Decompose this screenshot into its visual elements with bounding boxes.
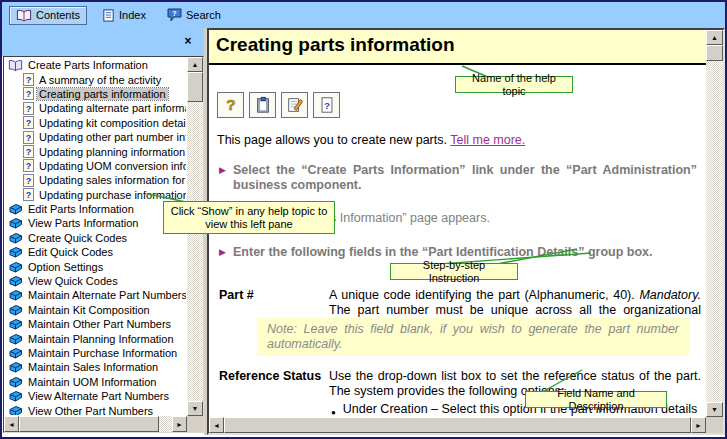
tree-item[interactable]: Edit Quick Codes	[5, 245, 186, 259]
tree-vertical-scrollbar[interactable]: ▲ ▼	[187, 57, 203, 416]
tree-item[interactable]: ?Creating parts information	[5, 87, 186, 101]
closed-book-icon	[8, 405, 23, 415]
svg-text:?: ?	[26, 190, 32, 200]
help-question-icon[interactable]: ?	[217, 92, 244, 118]
tree-item[interactable]: ?Updating sales information for a p	[5, 173, 186, 187]
scroll-left-icon[interactable]: ◄	[209, 417, 224, 433]
tree-item[interactable]: Maintain Kit Composition	[5, 303, 186, 317]
tree-item[interactable]: View Quick Codes	[5, 274, 186, 288]
page-title: Creating parts information	[209, 30, 706, 65]
tree-item-label: Create Parts Information	[26, 59, 150, 71]
scrollbar-corner	[187, 416, 203, 432]
help-page-icon: ?	[23, 116, 34, 129]
tree-item[interactable]: Edit Parts Information	[5, 202, 186, 216]
tree-item-label: Create Quick Codes	[26, 232, 129, 244]
tree-item[interactable]: ?Updating planning information for	[5, 144, 186, 158]
topic-hscroll-thumb[interactable]	[224, 417, 691, 433]
search-bubble-icon: ?	[167, 8, 182, 22]
topic-scroll-thumb[interactable]	[706, 45, 723, 61]
tree-item[interactable]: ?Updating purchase information	[5, 188, 186, 202]
tree-item[interactable]: ?Updating other part number inform	[5, 130, 186, 144]
svg-text:?: ?	[26, 75, 32, 85]
svg-text:?: ?	[26, 132, 32, 142]
tree-item[interactable]: Create Quick Codes	[5, 231, 186, 245]
tree-item[interactable]: View Alternate Part Numbers	[5, 389, 186, 403]
tree-item[interactable]: Maintain Purchase Information	[5, 346, 186, 360]
intro-paragraph: This page allows you to create new parts…	[217, 133, 525, 147]
scroll-right-icon[interactable]: ►	[691, 417, 706, 433]
help-page-icon: ?	[23, 87, 34, 100]
bullet-dot-icon: ●	[331, 402, 336, 417]
tree-item[interactable]: View Parts Information	[5, 216, 186, 230]
closed-book-icon	[8, 203, 23, 215]
tree-item[interactable]: ?Updating kit composition details fo	[5, 116, 186, 130]
tree-scroll-thumb[interactable]	[187, 72, 203, 102]
tree-item-label: Maintain Purchase Information	[26, 347, 179, 359]
toolbar-tabs: ContentsIndex?Search	[9, 6, 227, 25]
callout-step-instruction: Step-by-step Instruction	[390, 263, 518, 280]
toc-tree: Create Parts Information?A summary of th…	[5, 58, 186, 415]
tree-item-label: Maintain UOM Information	[26, 376, 158, 388]
callout-field-name-description: Field Name and Description	[525, 391, 667, 408]
step-item: ▶ Select the “Create Parts Information” …	[219, 163, 697, 193]
topic-horizontal-scrollbar[interactable]: ◄ ►	[209, 417, 706, 433]
callout-name-of-help-topic: Name of the help topic	[455, 76, 573, 93]
help-page-icon: ?	[23, 159, 34, 172]
svg-text:?: ?	[26, 103, 32, 113]
closed-book-icon	[8, 289, 23, 301]
svg-text:?: ?	[26, 175, 32, 185]
step-arrow-icon: ▶	[219, 245, 233, 260]
toolbar: ContentsIndex?Search	[2, 2, 725, 28]
tree-item-label: Updating kit composition details fo	[37, 117, 186, 129]
tree-horizontal-scrollbar[interactable]: ◄ ►	[4, 416, 187, 432]
tree-item[interactable]: Maintain Other Part Numbers	[5, 317, 186, 331]
tree-item[interactable]: Maintain UOM Information	[5, 375, 186, 389]
scroll-right-icon[interactable]: ►	[172, 416, 187, 432]
svg-text:?: ?	[26, 161, 32, 171]
tree-item[interactable]: Option Settings	[5, 259, 186, 273]
callout-click-show: Click “Show” in any help topic to view t…	[163, 201, 335, 234]
tab-index[interactable]: Index	[96, 7, 152, 24]
tree-item[interactable]: ?Updating alternate part informatio	[5, 101, 186, 115]
tree-item[interactable]: ?A summary of the activity	[5, 72, 186, 86]
tree-item-label: Option Settings	[26, 261, 105, 273]
close-icon[interactable]: ×	[181, 34, 195, 48]
page-question-icon[interactable]: ?	[313, 92, 340, 118]
closed-book-icon	[8, 361, 23, 373]
tree-item-label: Updating alternate part informatio	[37, 102, 186, 114]
tree-item[interactable]: Create Parts Information	[5, 58, 186, 72]
svg-text:?: ?	[172, 10, 176, 17]
closed-book-icon	[8, 232, 23, 244]
tree-item[interactable]: ?Updating UOM conversion informa	[5, 159, 186, 173]
tree-item-label: Edit Parts Information	[26, 203, 136, 215]
clipboard-icon[interactable]	[249, 92, 276, 118]
field-label: Part #	[219, 288, 254, 302]
tree-hscroll-thumb[interactable]	[19, 416, 159, 432]
tab-contents[interactable]: Contents	[9, 6, 87, 25]
scroll-down-icon[interactable]: ▼	[706, 402, 723, 417]
tree-item-label: Updating sales information for a p	[37, 174, 186, 186]
tree-item[interactable]: View Other Part Numbers	[5, 403, 186, 415]
scroll-up-icon[interactable]: ▲	[706, 30, 723, 45]
tell-me-more-link[interactable]: Tell me more.	[450, 133, 525, 147]
tree-item[interactable]: Maintain Alternate Part Numbers	[5, 288, 186, 302]
closed-book-icon	[8, 261, 23, 273]
scroll-left-icon[interactable]: ◄	[4, 416, 19, 432]
help-page-icon: ?	[23, 73, 34, 86]
topic-vertical-scrollbar[interactable]: ▲ ▼	[706, 30, 723, 417]
tab-search[interactable]: ?Search	[161, 6, 227, 24]
step-item: ▶ Enter the following fields in the “Par…	[219, 245, 697, 260]
notepad-pencil-icon[interactable]	[281, 92, 308, 118]
open-book-icon	[8, 59, 23, 72]
help-viewer-window: ContentsIndex?Search × Create Parts Info…	[0, 0, 727, 439]
scroll-down-icon[interactable]: ▼	[187, 401, 203, 416]
tree-item[interactable]: Maintain Planning Information	[5, 331, 186, 345]
tree-item-label: Edit Quick Codes	[26, 246, 115, 258]
scroll-up-icon[interactable]: ▲	[187, 57, 203, 72]
intro-text: This page allows you to create new parts…	[217, 133, 450, 147]
step-text: Select the “Create Parts Information” li…	[233, 163, 697, 193]
closed-book-icon	[8, 333, 23, 345]
tree-item[interactable]: Maintain Sales Information	[5, 360, 186, 374]
tree-item-label: Maintain Other Part Numbers	[26, 318, 173, 330]
closed-book-icon	[8, 246, 23, 258]
